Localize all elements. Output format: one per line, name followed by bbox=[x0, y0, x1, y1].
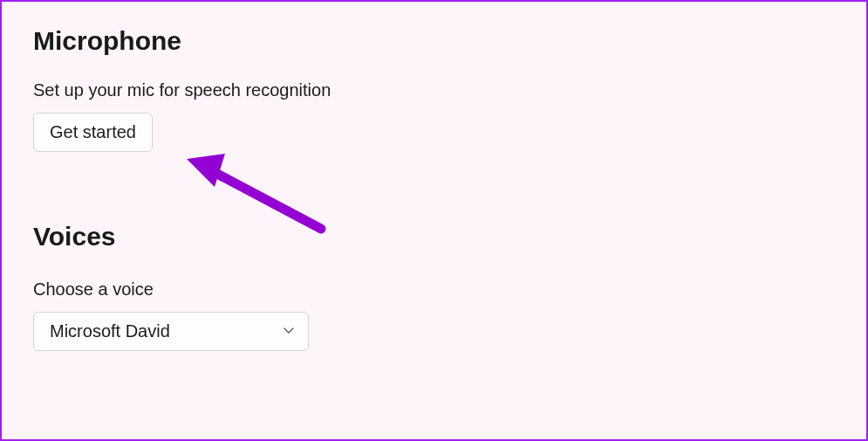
svg-marker-0 bbox=[187, 154, 225, 187]
voice-dropdown-selected: Microsoft David bbox=[50, 321, 271, 341]
chevron-down-icon bbox=[282, 321, 296, 341]
choose-voice-label: Choose a voice bbox=[33, 279, 835, 300]
voice-dropdown[interactable]: Microsoft David bbox=[33, 312, 309, 351]
microphone-description: Set up your mic for speech recognition bbox=[33, 80, 835, 100]
microphone-heading: Microphone bbox=[33, 26, 835, 56]
get-started-button[interactable]: Get started bbox=[33, 113, 153, 152]
voices-heading: Voices bbox=[33, 222, 835, 252]
